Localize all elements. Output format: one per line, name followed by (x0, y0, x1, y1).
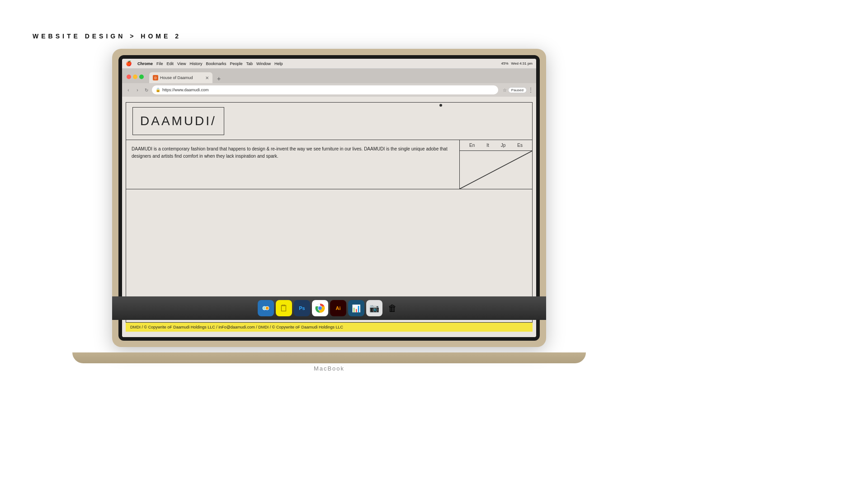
laptop-base (72, 352, 586, 363)
dock-finder-icon[interactable] (258, 300, 274, 316)
tab-bar: D House of Daamud ✕ + (146, 70, 536, 83)
menu-history[interactable]: History (189, 61, 202, 66)
logo-row: DAAMUDI/ (126, 102, 533, 140)
menu-window[interactable]: Window (256, 61, 271, 66)
menu-items: Chrome File Edit View History Bookmarks … (137, 61, 283, 66)
new-tab-button[interactable]: + (214, 74, 223, 83)
laptop-camera (439, 104, 442, 107)
url-text: https://www.daamudi.com (162, 88, 209, 92)
content-right: En It Jp Es (460, 140, 532, 189)
page-breadcrumb: WEBSITE DESIGN > HOME 2 (33, 33, 181, 40)
apple-logo-icon: 🍎 (126, 61, 132, 66)
menu-people[interactable]: People (230, 61, 242, 66)
browser-screen: 🍎 Chrome File Edit View History Bookmark… (122, 59, 536, 337)
dock-illustrator-icon[interactable]: Ai (330, 300, 346, 316)
tab-title: House of Daamud (160, 75, 193, 80)
menu-help[interactable]: Help (274, 61, 283, 66)
dock-notes-icon[interactable]: 🗒 (276, 300, 292, 316)
url-bar[interactable]: 🔒 https://www.daamudi.com (152, 85, 498, 94)
lang-jp[interactable]: Jp (501, 143, 506, 148)
close-window-button[interactable] (127, 75, 131, 79)
browser-chrome: D House of Daamud ✕ + ‹ › ↻ 🔒 https://ww… (122, 69, 536, 97)
content-row: DAAMUDI is a contemporary fashion brand … (126, 140, 533, 189)
site-footer: DMDI / © Copywrite oF Daamudi Holdings L… (126, 323, 533, 332)
menu-edit[interactable]: Edit (167, 61, 174, 66)
tab-favicon: D (153, 75, 158, 80)
browser-toolbar-right: ☆ Paused ⋮ (503, 87, 533, 93)
lang-en[interactable]: En (469, 143, 475, 148)
tab-close-button[interactable]: ✕ (205, 75, 209, 80)
diagonal-graphic (460, 151, 532, 189)
macbook-label: MacBook (112, 365, 546, 372)
site-logo: DAAMUDI/ (132, 107, 224, 135)
battery-status: 45% (501, 61, 509, 66)
back-button[interactable]: ‹ (125, 86, 132, 94)
minimize-window-button[interactable] (133, 75, 137, 79)
reload-button[interactable]: ↻ (143, 86, 150, 94)
lang-it[interactable]: It (486, 143, 489, 148)
footer-ticker-text: DMDI / © Copywrite oF Daamudi Holdings L… (130, 325, 528, 329)
dock: 🗒 Ps Ai 📊 📷 🗑 (112, 296, 546, 320)
dock-keynote-icon[interactable]: 📊 (348, 300, 364, 316)
menu-tab[interactable]: Tab (246, 61, 253, 66)
security-lock-icon: 🔒 (156, 88, 160, 92)
dock-photos-icon[interactable]: 📷 (366, 300, 382, 316)
language-row: En It Jp Es (460, 140, 532, 151)
svg-point-3 (265, 306, 269, 310)
dock-photoshop-icon[interactable]: Ps (294, 300, 310, 316)
traffic-lights (124, 73, 146, 81)
menu-file[interactable]: File (156, 61, 163, 66)
dock-trash-icon[interactable]: 🗑 (384, 300, 401, 316)
menu-dots-icon[interactable]: ⋮ (528, 87, 533, 93)
paused-badge: Paused (508, 87, 527, 93)
maximize-window-button[interactable] (139, 75, 144, 79)
menu-bookmarks[interactable]: Bookmarks (206, 61, 226, 66)
forward-button[interactable]: › (134, 86, 141, 94)
dock-chrome-icon[interactable] (312, 300, 328, 316)
browser-tab-active[interactable]: D House of Daamud ✕ (149, 72, 212, 83)
bookmark-icon[interactable]: ☆ (503, 88, 507, 93)
macos-menubar: 🍎 Chrome File Edit View History Bookmark… (122, 59, 536, 69)
site-description: DAAMUDI is a contemporary fashion brand … (126, 140, 460, 189)
menu-view[interactable]: View (177, 61, 186, 66)
address-bar-row: ‹ › ↻ 🔒 https://www.daamudi.com ☆ Paused… (122, 83, 536, 97)
clock: Wed 4:31 pm (511, 61, 533, 66)
lang-es[interactable]: Es (517, 143, 523, 148)
main-content-area (126, 189, 533, 310)
menu-chrome[interactable]: Chrome (137, 61, 153, 66)
svg-line-0 (460, 151, 532, 189)
status-bar-right: 45% Wed 4:31 pm (501, 61, 533, 66)
